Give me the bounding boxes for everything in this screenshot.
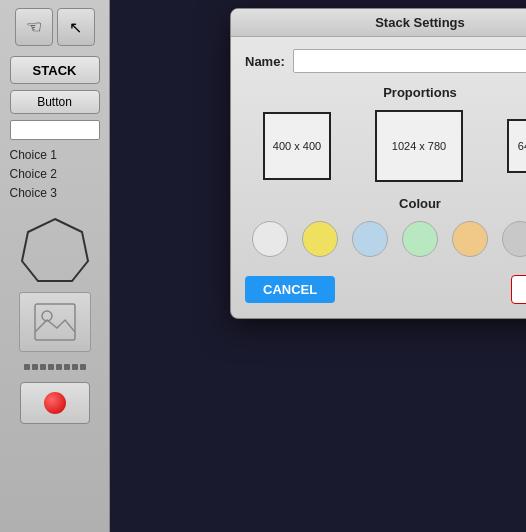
dot-6 <box>64 364 70 370</box>
sidebar-shape-heptagon <box>19 214 91 286</box>
colour-light-gray[interactable] <box>502 221 526 257</box>
name-input[interactable] <box>293 49 526 73</box>
svg-marker-0 <box>22 219 88 281</box>
dot-2 <box>32 364 38 370</box>
sidebar-input-field[interactable] <box>10 120 100 140</box>
pointer-icon: ↖ <box>69 18 82 37</box>
proportions-row: 400 x 400 1024 x 780 640 x 480 <box>245 110 526 182</box>
dot-5 <box>56 364 62 370</box>
colour-peach[interactable] <box>452 221 488 257</box>
record-icon <box>44 392 66 414</box>
sidebar-dots-row <box>10 358 100 376</box>
svg-rect-1 <box>35 304 75 340</box>
ready-button[interactable]: READY <box>511 275 526 304</box>
name-row: Name: <box>245 49 526 73</box>
sidebar-item-stack[interactable]: STACK <box>10 56 100 84</box>
image-icon <box>33 302 77 342</box>
proportion-1024x780[interactable]: 1024 x 780 <box>375 110 463 182</box>
colour-circles <box>245 221 526 257</box>
sidebar-image-placeholder <box>19 292 91 352</box>
hand-tool-button[interactable]: ☜ <box>15 8 53 46</box>
dialog-titlebar: Stack Settings <box>231 9 526 37</box>
colour-white[interactable] <box>252 221 288 257</box>
colour-title: Colour <box>245 196 526 211</box>
colour-section: Colour <box>245 196 526 257</box>
pointer-tool-button[interactable]: ↖ <box>57 8 95 46</box>
stack-label: STACK <box>33 63 77 78</box>
name-label: Name: <box>245 54 285 69</box>
heptagon-icon <box>20 215 90 285</box>
button-label: Button <box>37 95 72 109</box>
sidebar: ☜ ↖ STACK Button Choice 1 Choice 2 Choic… <box>0 0 110 532</box>
dialog-footer: CANCEL READY <box>245 271 526 304</box>
cancel-button[interactable]: CANCEL <box>245 276 335 303</box>
list-item: Choice 3 <box>10 184 100 203</box>
colour-light-green[interactable] <box>402 221 438 257</box>
sidebar-item-button[interactable]: Button <box>10 90 100 114</box>
proportions-title: Proportions <box>245 85 526 100</box>
stack-settings-dialog: Stack Settings Name: Proportions 400 x 4… <box>230 8 526 319</box>
proportion-label-large: 640 x 480 <box>518 140 526 152</box>
proportion-400x400[interactable]: 400 x 400 <box>263 112 331 180</box>
dot-1 <box>24 364 30 370</box>
dot-7 <box>72 364 78 370</box>
dialog-title: Stack Settings <box>375 15 465 30</box>
colour-yellow[interactable] <box>302 221 338 257</box>
proportion-640x480[interactable]: 640 x 480 <box>507 119 526 173</box>
dot-8 <box>80 364 86 370</box>
tool-bar: ☜ ↖ <box>15 8 95 46</box>
sidebar-choices-list: Choice 1 Choice 2 Choice 3 <box>10 146 100 204</box>
main-area: Stack Settings Name: Proportions 400 x 4… <box>110 0 526 532</box>
sidebar-record-button[interactable] <box>20 382 90 424</box>
dialog-body: Name: Proportions 400 x 400 1024 x 780 6… <box>231 37 526 318</box>
hand-icon: ☜ <box>26 16 42 38</box>
proportion-label-small: 400 x 400 <box>273 140 321 152</box>
colour-light-blue[interactable] <box>352 221 388 257</box>
proportion-label-medium: 1024 x 780 <box>392 140 446 152</box>
list-item: Choice 1 <box>10 146 100 165</box>
list-item: Choice 2 <box>10 165 100 184</box>
dot-3 <box>40 364 46 370</box>
dot-4 <box>48 364 54 370</box>
